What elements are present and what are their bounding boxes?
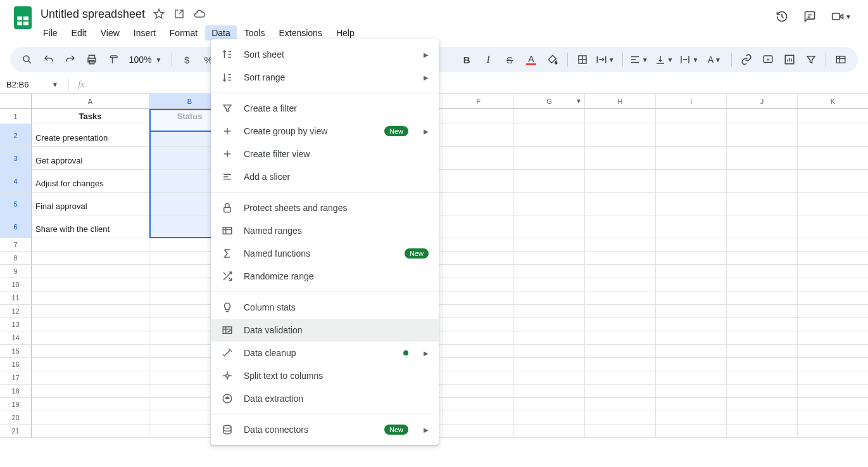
strikethrough-button[interactable]: S: [500, 50, 519, 69]
cell-J14[interactable]: [727, 331, 798, 345]
zoom-select[interactable]: 100%▼: [125, 54, 167, 65]
cell-I3[interactable]: [656, 147, 727, 170]
menu-item-column-stats[interactable]: Column stats: [211, 296, 439, 319]
cell-A12[interactable]: [32, 305, 149, 318]
cell-K8[interactable]: [798, 252, 868, 265]
menu-item-split-text[interactable]: Split text to columns: [211, 364, 439, 387]
cell-J6[interactable]: [727, 215, 798, 238]
cell-H8[interactable]: [585, 252, 656, 265]
cell-F20[interactable]: [443, 411, 514, 425]
text-color-button[interactable]: A: [522, 50, 541, 69]
cell-F14[interactable]: [443, 331, 514, 345]
cell-J8[interactable]: [727, 252, 798, 265]
menu-item-data-validation[interactable]: Data validation: [211, 319, 439, 342]
table-button[interactable]: [831, 50, 850, 69]
cell-A17[interactable]: [32, 371, 149, 385]
menu-item-named-functions[interactable]: Named functionsNew: [211, 242, 439, 265]
menu-item-protect[interactable]: Protect sheets and ranges: [211, 196, 439, 219]
cell-J11[interactable]: [727, 291, 798, 305]
cell-F10[interactable]: [443, 278, 514, 291]
cell-A10[interactable]: [32, 278, 149, 291]
cell-J2[interactable]: [727, 124, 798, 147]
row-header-7[interactable]: 7: [0, 238, 32, 252]
cell-G17[interactable]: [514, 371, 585, 385]
cell-A14[interactable]: [32, 331, 149, 345]
cell-I5[interactable]: [656, 193, 727, 215]
cell-F7[interactable]: [443, 238, 514, 252]
menu-data[interactable]: Data: [205, 25, 237, 41]
cell-J7[interactable]: [727, 238, 798, 252]
row-header-20[interactable]: 20: [0, 411, 32, 425]
cell-K7[interactable]: [798, 238, 868, 252]
menu-edit[interactable]: Edit: [65, 25, 93, 41]
cell-F17[interactable]: [443, 371, 514, 385]
cell-H3[interactable]: [585, 147, 656, 170]
cell-J15[interactable]: [727, 345, 798, 358]
menu-view[interactable]: View: [94, 25, 126, 41]
cell-K15[interactable]: [798, 345, 868, 358]
cell-I18[interactable]: [656, 385, 727, 398]
document-title[interactable]: Untitled spreadsheet: [41, 8, 145, 21]
cell-G15[interactable]: [514, 345, 585, 358]
cell-H6[interactable]: [585, 215, 656, 238]
cell-I7[interactable]: [656, 238, 727, 252]
row-header-15[interactable]: 15: [0, 345, 32, 358]
cell-K20[interactable]: [798, 411, 868, 425]
cell-I20[interactable]: [656, 411, 727, 425]
cell-G1[interactable]: [514, 109, 585, 124]
cell-J18[interactable]: [727, 385, 798, 398]
cell-K4[interactable]: [798, 170, 868, 193]
cell-A15[interactable]: [32, 345, 149, 358]
menu-insert[interactable]: Insert: [127, 25, 162, 41]
cell-I10[interactable]: [656, 278, 727, 291]
cell-K19[interactable]: [798, 398, 868, 411]
cell-I17[interactable]: [656, 371, 727, 385]
cell-K17[interactable]: [798, 371, 868, 385]
cell-F4[interactable]: [443, 170, 514, 193]
cell-F12[interactable]: [443, 305, 514, 318]
row-header-6[interactable]: 6: [0, 215, 32, 238]
cell-J21[interactable]: [727, 425, 798, 438]
meet-icon[interactable]: ▼: [831, 10, 853, 23]
row-header-2[interactable]: 2: [0, 124, 32, 147]
menu-item-data-connectors[interactable]: Data connectorsNew▶: [211, 418, 439, 441]
undo-icon[interactable]: [39, 50, 58, 69]
cell-F6[interactable]: [443, 215, 514, 238]
borders-button[interactable]: [573, 50, 592, 69]
cell-H17[interactable]: [585, 371, 656, 385]
cell-J10[interactable]: [727, 278, 798, 291]
col-header-J[interactable]: J: [727, 94, 798, 109]
cell-K6[interactable]: [798, 215, 868, 238]
menu-item-create-group-view[interactable]: Create group by viewNew▶: [211, 120, 439, 143]
menu-item-sort-range[interactable]: Sort range▶: [211, 66, 439, 89]
cell-F3[interactable]: [443, 147, 514, 170]
cell-K3[interactable]: [798, 147, 868, 170]
cell-J12[interactable]: [727, 305, 798, 318]
filter-button[interactable]: [802, 50, 821, 69]
cell-H20[interactable]: [585, 411, 656, 425]
cell-H15[interactable]: [585, 345, 656, 358]
row-header-13[interactable]: 13: [0, 318, 32, 331]
cell-G7[interactable]: [514, 238, 585, 252]
cell-I21[interactable]: [656, 425, 727, 438]
menu-item-randomize[interactable]: Randomize range: [211, 265, 439, 288]
cell-A9[interactable]: [32, 265, 149, 278]
cloud-status-icon[interactable]: [193, 8, 206, 20]
sheets-logo[interactable]: [10, 5, 35, 30]
col-header-A[interactable]: A: [32, 94, 149, 109]
cell-F1[interactable]: [443, 109, 514, 124]
paint-format-icon[interactable]: [104, 50, 123, 69]
rotate-button[interactable]: A▼: [703, 50, 726, 69]
cell-K11[interactable]: [798, 291, 868, 305]
halign-button[interactable]: ▼: [628, 50, 651, 69]
italic-button[interactable]: I: [479, 50, 498, 69]
cell-J4[interactable]: [727, 170, 798, 193]
star-icon[interactable]: [153, 8, 165, 20]
cell-J13[interactable]: [727, 318, 798, 331]
cell-A11[interactable]: [32, 291, 149, 305]
cell-H21[interactable]: [585, 425, 656, 438]
cell-H18[interactable]: [585, 385, 656, 398]
cell-I12[interactable]: [656, 305, 727, 318]
cell-K2[interactable]: [798, 124, 868, 147]
bold-button[interactable]: B: [457, 50, 476, 69]
